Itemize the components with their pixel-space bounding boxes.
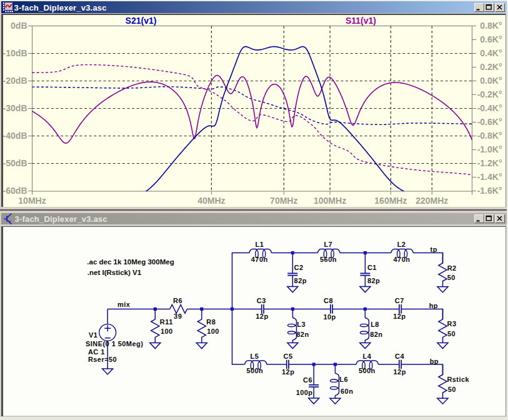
svg-text:AC 1: AC 1 — [88, 348, 105, 356]
svg-text:50: 50 — [448, 386, 456, 393]
svg-text:C8: C8 — [324, 297, 333, 304]
svg-text:L1: L1 — [256, 241, 264, 248]
svg-text:12p: 12p — [393, 312, 406, 320]
svg-text:470n: 470n — [394, 256, 411, 263]
svg-text:Rser=50: Rser=50 — [88, 356, 117, 363]
svg-text:mix: mix — [117, 301, 131, 308]
svg-text:50: 50 — [447, 274, 456, 281]
svg-text:R3: R3 — [447, 320, 457, 328]
svg-text:-50dB: -50dB — [3, 158, 27, 168]
svg-text:220MHz: 220MHz — [416, 196, 448, 206]
svg-text:500n: 500n — [359, 367, 376, 374]
svg-text:R6: R6 — [173, 297, 182, 304]
svg-text:C1: C1 — [367, 264, 377, 271]
svg-text:L4: L4 — [363, 352, 372, 360]
svg-text:50: 50 — [447, 330, 456, 338]
svg-text:.net I(Rstick) V1: .net I(Rstick) V1 — [87, 269, 142, 276]
svg-text:C2: C2 — [294, 264, 304, 271]
svg-text:82p: 82p — [367, 277, 380, 284]
svg-text:70MHz: 70MHz — [270, 196, 297, 206]
svg-text:-0.4K°: -0.4K° — [477, 103, 502, 113]
svg-text:hp: hp — [429, 302, 438, 309]
svg-text:0.2K°: 0.2K° — [480, 62, 502, 72]
svg-text:-20dB: -20dB — [3, 76, 27, 86]
svg-text:SINE(0 1 50Meg): SINE(0 1 50Meg) — [86, 340, 143, 348]
svg-text:100: 100 — [161, 328, 173, 335]
svg-text:-0.6K°: -0.6K° — [477, 117, 502, 127]
svg-text:10MHz: 10MHz — [18, 196, 46, 206]
svg-text:-1.4K°: -1.4K° — [477, 172, 502, 182]
svg-text:L3: L3 — [297, 321, 306, 328]
svg-text:160MHz: 160MHz — [374, 196, 407, 206]
svg-text:.ac dec 1k 10Meg 300Meg: .ac dec 1k 10Meg 300Meg — [87, 258, 174, 266]
svg-text:V1: V1 — [89, 331, 97, 339]
svg-text:C7: C7 — [395, 297, 404, 304]
svg-text:R2: R2 — [447, 264, 457, 272]
svg-text:R11: R11 — [160, 318, 173, 326]
svg-text:bp: bp — [430, 358, 439, 365]
svg-text:0.0K°: 0.0K° — [480, 76, 502, 86]
svg-text:-10dB: -10dB — [3, 48, 27, 58]
svg-text:-40dB: -40dB — [3, 131, 27, 141]
svg-text:-0.2K°: -0.2K° — [477, 89, 502, 99]
svg-text:S21(v1): S21(v1) — [126, 16, 157, 26]
svg-text:L5: L5 — [251, 352, 259, 360]
svg-text:L6: L6 — [339, 376, 348, 383]
svg-text:12p: 12p — [282, 368, 294, 376]
svg-text:L7: L7 — [324, 241, 332, 248]
svg-text:L8: L8 — [371, 321, 379, 328]
svg-text:10p: 10p — [323, 313, 336, 321]
svg-text:100p: 100p — [296, 389, 313, 396]
svg-text:C3: C3 — [257, 297, 266, 304]
svg-text:-30dB: -30dB — [3, 103, 27, 113]
svg-text:-0.8K°: -0.8K° — [477, 131, 502, 141]
svg-text:60n: 60n — [341, 388, 353, 395]
svg-text:-1.6K°: -1.6K° — [477, 186, 502, 196]
svg-text:100MHz: 100MHz — [314, 196, 346, 206]
svg-text:0dB: 0dB — [11, 21, 27, 31]
svg-text:560n: 560n — [320, 256, 337, 263]
svg-text:-60dB: -60dB — [3, 186, 27, 196]
svg-text:12p: 12p — [256, 312, 268, 320]
svg-text:40MHz: 40MHz — [197, 196, 225, 206]
svg-text:500n: 500n — [246, 367, 263, 374]
svg-text:C5: C5 — [284, 352, 293, 360]
svg-text:12p: 12p — [394, 368, 406, 376]
svg-text:L2: L2 — [397, 241, 406, 248]
svg-text:82n: 82n — [296, 331, 309, 338]
svg-text:0.8K°: 0.8K° — [480, 21, 502, 31]
svg-text:0.4K°: 0.4K° — [480, 48, 502, 58]
svg-text:82p: 82p — [294, 277, 307, 284]
svg-text:tp: tp — [431, 246, 437, 253]
svg-text:0.6K°: 0.6K° — [480, 34, 502, 44]
svg-text:100: 100 — [207, 328, 219, 335]
svg-text:-1.2K°: -1.2K° — [477, 158, 502, 168]
svg-text:S11(v1): S11(v1) — [346, 16, 376, 26]
svg-text:Rstick: Rstick — [447, 376, 469, 383]
svg-text:-1.0K°: -1.0K° — [477, 144, 502, 154]
svg-text:C6: C6 — [303, 376, 312, 384]
svg-text:R8: R8 — [206, 318, 216, 326]
svg-text:39: 39 — [174, 312, 182, 320]
svg-text:470n: 470n — [251, 256, 268, 263]
svg-text:82n: 82n — [370, 331, 382, 338]
svg-text:C4: C4 — [395, 352, 404, 360]
